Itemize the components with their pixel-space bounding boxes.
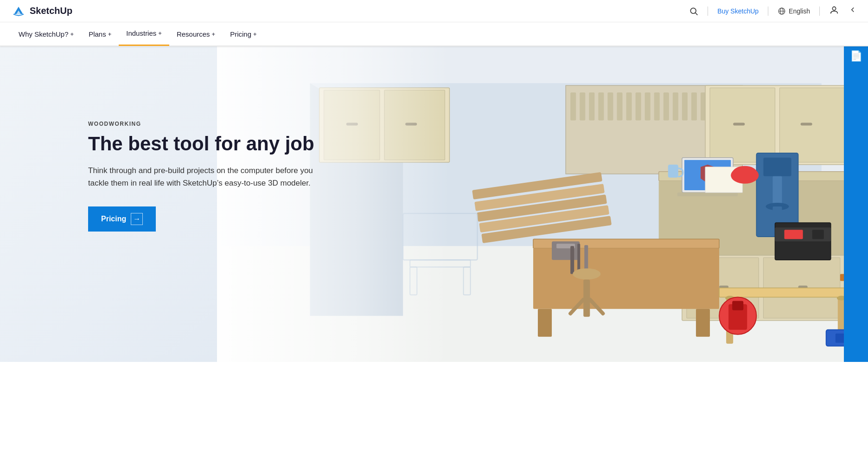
- svg-rect-27: [673, 92, 678, 120]
- svg-rect-36: [779, 88, 849, 162]
- hero-description: Think through and pre-build projects on …: [88, 164, 320, 189]
- nav-item-pricing[interactable]: Pricing +: [223, 22, 264, 46]
- svg-point-0: [691, 8, 696, 13]
- collapse-button[interactable]: [849, 6, 857, 16]
- svg-rect-22: [626, 92, 632, 120]
- search-button[interactable]: [689, 6, 698, 16]
- svg-rect-28: [682, 92, 688, 120]
- logo-text: SketchUp: [30, 6, 72, 16]
- account-icon: [829, 5, 839, 15]
- nav-item-plans[interactable]: Plans +: [81, 22, 119, 46]
- divider-2: [768, 6, 768, 16]
- side-panel: 📄: [844, 46, 868, 362]
- svg-rect-19: [598, 92, 604, 120]
- hero-content: WOODWORKING The best tool for any job Th…: [88, 121, 320, 232]
- svg-rect-76: [696, 309, 710, 337]
- svg-rect-62: [812, 230, 824, 239]
- search-icon: [689, 6, 698, 16]
- nav-item-why-sketchup[interactable]: Why SketchUp? +: [11, 22, 81, 46]
- svg-point-5: [832, 6, 836, 10]
- svg-rect-20: [607, 92, 613, 120]
- account-button[interactable]: [829, 5, 839, 17]
- svg-rect-46: [668, 165, 678, 178]
- svg-rect-48: [763, 158, 791, 176]
- svg-rect-49: [772, 176, 782, 204]
- language-selector[interactable]: English: [778, 7, 810, 15]
- language-label: English: [789, 7, 810, 15]
- svg-rect-26: [664, 92, 669, 120]
- svg-line-1: [696, 13, 698, 15]
- divider-1: [708, 6, 708, 16]
- hero-section: WOODWORKING The best tool for any job Th…: [0, 46, 868, 362]
- page-wrapper: SketchUp Buy SketchUp: [0, 0, 868, 362]
- collapse-icon: [849, 6, 857, 14]
- divider-3: [819, 6, 820, 16]
- svg-rect-51: [772, 206, 782, 225]
- svg-rect-29: [691, 92, 697, 120]
- top-area: SketchUp Buy SketchUp: [0, 0, 868, 46]
- svg-rect-75: [538, 309, 552, 337]
- hero-title: The best tool for any job: [88, 133, 320, 155]
- utility-bar: SketchUp Buy SketchUp: [0, 0, 868, 22]
- sketchup-logo-icon: [11, 4, 26, 19]
- svg-rect-112: [732, 301, 743, 310]
- svg-rect-72: [570, 246, 574, 274]
- svg-rect-44: [677, 193, 738, 196]
- svg-rect-23: [636, 92, 641, 120]
- hero-tag: WOODWORKING: [88, 121, 320, 127]
- svg-rect-92: [719, 288, 849, 297]
- main-nav: Why SketchUp? + Plans + Industries + Res…: [0, 22, 868, 46]
- pricing-cta-label: Pricing: [101, 215, 126, 223]
- svg-rect-38: [801, 123, 812, 126]
- svg-rect-61: [784, 230, 803, 239]
- svg-rect-17: [580, 92, 585, 120]
- arrow-right-icon: →: [131, 213, 143, 225]
- side-panel-icon[interactable]: 📄: [850, 50, 862, 62]
- svg-rect-18: [589, 92, 594, 120]
- svg-rect-16: [570, 92, 576, 120]
- globe-icon: [778, 7, 786, 15]
- logo[interactable]: SketchUp: [11, 4, 72, 19]
- nav-item-resources[interactable]: Resources +: [169, 22, 223, 46]
- utility-bar-right: Buy SketchUp English: [689, 5, 857, 17]
- svg-rect-37: [733, 123, 745, 126]
- svg-point-77: [573, 268, 600, 279]
- svg-rect-24: [645, 92, 651, 120]
- pricing-cta-button[interactable]: Pricing →: [88, 206, 156, 232]
- svg-rect-25: [654, 92, 660, 120]
- buy-sketchup-link[interactable]: Buy SketchUp: [717, 7, 759, 15]
- svg-rect-21: [617, 92, 622, 120]
- svg-point-53: [733, 166, 757, 179]
- nav-item-industries[interactable]: Industries +: [119, 22, 169, 46]
